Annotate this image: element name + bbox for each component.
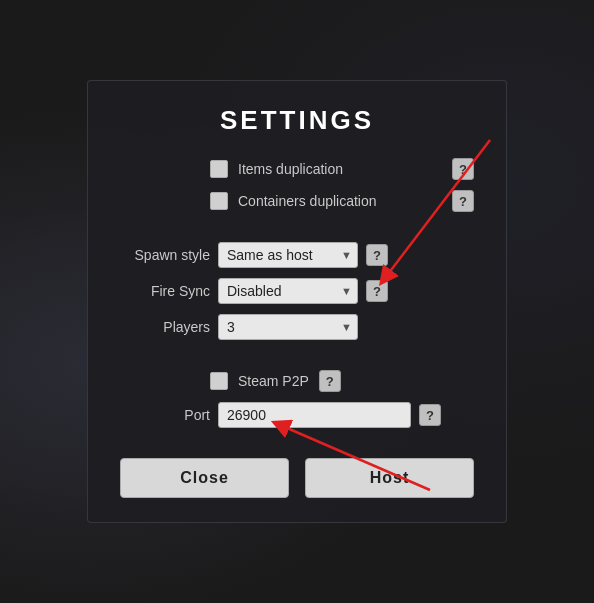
items-duplication-label: Items duplication — [238, 161, 343, 177]
containers-duplication-help[interactable]: ? — [452, 190, 474, 212]
players-select[interactable]: 2 3 4 5 6 — [218, 314, 358, 340]
fire-sync-help[interactable]: ? — [366, 280, 388, 302]
settings-rows: Items duplication ? Containers duplicati… — [120, 158, 474, 428]
fire-sync-select-wrapper: Disabled Enabled ▼ — [218, 278, 358, 304]
page-title: SETTINGS — [120, 105, 474, 136]
fire-sync-label: Fire Sync — [120, 283, 210, 299]
items-duplication-checkbox[interactable] — [210, 160, 228, 178]
port-label: Port — [120, 407, 210, 423]
settings-dialog: SETTINGS Items duplication ? Containers … — [87, 80, 507, 523]
spawn-style-label: Spawn style — [120, 247, 210, 263]
fire-sync-select[interactable]: Disabled Enabled — [218, 278, 358, 304]
spacer-2 — [120, 350, 474, 360]
footer-buttons: Close Host — [120, 458, 474, 498]
items-duplication-row: Items duplication ? — [120, 158, 474, 180]
spawn-style-select[interactable]: Same as host Random Fixed — [218, 242, 358, 268]
containers-duplication-checkbox[interactable] — [210, 192, 228, 210]
spawn-style-select-wrapper: Same as host Random Fixed ▼ — [218, 242, 358, 268]
players-row: Players 2 3 4 5 6 ▼ — [120, 314, 474, 340]
fire-sync-row: Fire Sync Disabled Enabled ▼ ? — [120, 278, 474, 304]
steam-p2p-label: Steam P2P — [238, 373, 309, 389]
players-select-wrapper: 2 3 4 5 6 ▼ — [218, 314, 358, 340]
spawn-style-help[interactable]: ? — [366, 244, 388, 266]
containers-duplication-row: Containers duplication ? — [120, 190, 474, 212]
port-help[interactable]: ? — [419, 404, 441, 426]
containers-duplication-label: Containers duplication — [238, 193, 377, 209]
spacer-1 — [120, 222, 474, 232]
steam-p2p-checkbox[interactable] — [210, 372, 228, 390]
spawn-style-row: Spawn style Same as host Random Fixed ▼ … — [120, 242, 474, 268]
port-row: Port ? — [120, 402, 474, 428]
players-label: Players — [120, 319, 210, 335]
close-button[interactable]: Close — [120, 458, 289, 498]
host-button[interactable]: Host — [305, 458, 474, 498]
steam-p2p-help[interactable]: ? — [319, 370, 341, 392]
steam-p2p-row: Steam P2P ? — [120, 370, 474, 392]
items-duplication-help[interactable]: ? — [452, 158, 474, 180]
port-input[interactable] — [218, 402, 411, 428]
